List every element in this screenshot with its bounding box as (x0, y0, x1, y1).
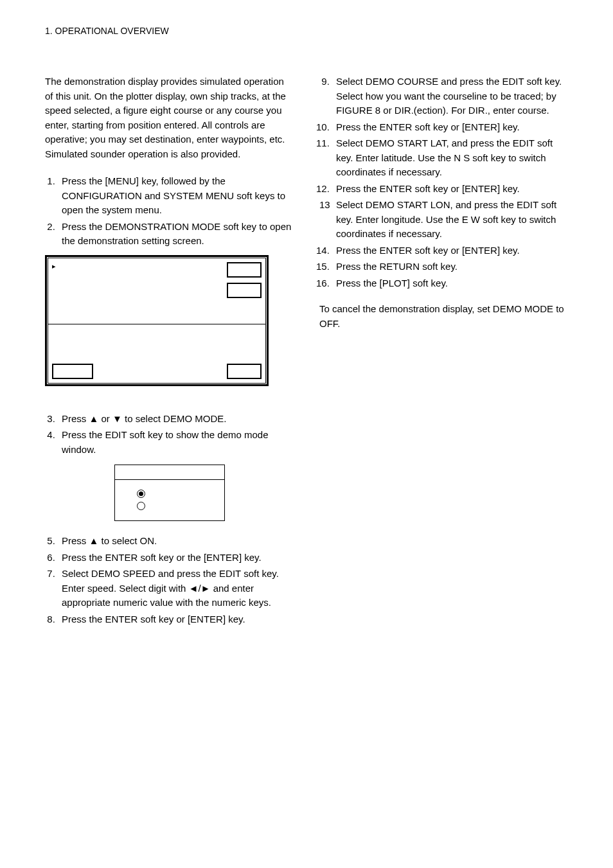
steps-list-left-a: Press the [MENU] key, followed by the CO… (45, 174, 294, 249)
cursor-triangle-icon: ▸ (52, 262, 56, 298)
step-6: Press the ENTER soft key or the [ENTER] … (58, 551, 294, 565)
right-column: Select DEMO COURSE and press the EDIT so… (319, 75, 568, 628)
step-14: Press the ENTER soft key or [ENTER] key. (332, 244, 568, 258)
figure-bottom-row (48, 360, 266, 384)
steps-list-right-b: Press the ENTER soft key or [ENTER] key.… (319, 244, 568, 291)
radio-on-icon (137, 490, 145, 498)
step-9: Select DEMO COURSE and press the EDIT so… (332, 75, 568, 118)
step-4: Press the EDIT soft key to show the demo… (58, 428, 294, 457)
steps-list-left-c: Press ▲ to select ON. Press the ENTER so… (45, 534, 294, 626)
demo-mode-window-figure (114, 465, 225, 521)
step-12: Press the ENTER soft key or [ENTER] key. (332, 182, 568, 197)
step-10: Press the ENTER soft key or [ENTER] key. (332, 120, 568, 135)
closing-paragraph: To cancel the demonstration display, set… (319, 302, 568, 331)
demo-window-body (115, 480, 224, 520)
step-11: Select DEMO START LAT, and press the EDI… (332, 136, 568, 180)
softkey-box-1 (227, 262, 262, 278)
steps-list-left-b: Press ▲ or ▼ to select DEMO MODE. Press … (45, 412, 294, 457)
demo-setting-screen-figure: ▸ (45, 255, 269, 386)
softkey-box-2 (227, 283, 262, 298)
content-columns: The demonstration display provides simul… (45, 75, 568, 628)
step-7: Select DEMO SPEED and press the EDIT sof… (58, 567, 294, 610)
step-13: 13Select DEMO START LON, and press the E… (315, 198, 568, 242)
step-1: Press the [MENU] key, followed by the CO… (58, 174, 294, 218)
steps-list-right: Select DEMO COURSE and press the EDIT so… (319, 75, 568, 242)
figure-top-panel: ▸ (48, 258, 266, 324)
step-3: Press ▲ or ▼ to select DEMO MODE. (58, 412, 294, 427)
intro-paragraph: The demonstration display provides simul… (45, 75, 294, 161)
step-8: Press the ENTER soft key or [ENTER] key. (58, 612, 294, 627)
bottom-box-left (52, 364, 93, 379)
bottom-box-right (227, 364, 262, 379)
radio-off-icon (137, 502, 145, 510)
page-header: 1. OPERATIONAL OVERVIEW (45, 26, 568, 36)
demo-window-header (115, 465, 224, 480)
step-15: Press the RETURN soft key. (332, 260, 568, 274)
figure-mid-panel (48, 324, 266, 360)
softkey-stack (227, 262, 262, 298)
step-2: Press the DEMONSTRATION MODE soft key to… (58, 220, 294, 249)
step-16: Press the [PLOT] soft key. (332, 276, 568, 291)
step-5: Press ▲ to select ON. (58, 534, 294, 549)
left-column: The demonstration display provides simul… (45, 75, 294, 628)
